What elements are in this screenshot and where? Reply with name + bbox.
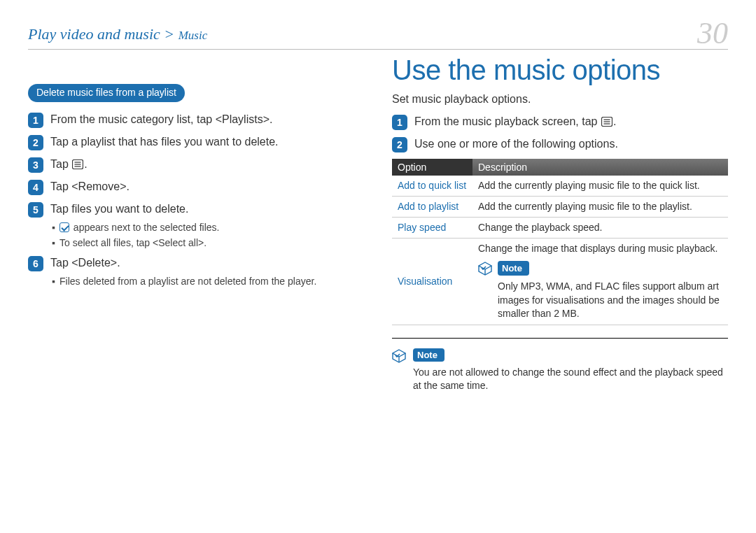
intro-text: Set music playback options. bbox=[392, 93, 728, 106]
sub-bullet-text: To select all files, tap <Select all>. bbox=[59, 236, 206, 250]
option-name: Add to quick list bbox=[392, 176, 472, 196]
step-2: 2 Tap a playlist that has files you want… bbox=[28, 134, 364, 150]
step-5-sub: ▪ appears next to the selected files. ▪ … bbox=[52, 221, 364, 250]
th-description: Description bbox=[472, 159, 728, 176]
step-number-icon: 6 bbox=[28, 256, 43, 271]
step-text: Tap <Remove>. bbox=[50, 179, 130, 194]
note-cube-icon bbox=[392, 349, 406, 366]
th-option: Option bbox=[392, 159, 472, 176]
option-desc: Add the currently playing music file to … bbox=[472, 196, 728, 217]
step-text-suffix: . bbox=[613, 115, 616, 127]
step-text-prefix: Tap bbox=[50, 158, 71, 170]
table-row: Add to playlist Add the currently playin… bbox=[392, 196, 728, 217]
note-badge: Note bbox=[498, 261, 529, 276]
bullet-dot-icon: ▪ bbox=[52, 275, 55, 289]
note-body: Only MP3, WMA, and FLAC files support al… bbox=[498, 280, 722, 321]
options-table: Option Description Add to quick list Add… bbox=[392, 159, 728, 325]
step-number-icon: 4 bbox=[28, 180, 43, 195]
breadcrumb-sub: Music bbox=[178, 29, 208, 42]
step-4: 4 Tap <Remove>. bbox=[28, 179, 364, 194]
option-name: Visualisation bbox=[392, 238, 472, 325]
step-1: 1 From the music playback screen, tap . bbox=[392, 114, 728, 129]
step-3: 3 Tap . bbox=[28, 157, 364, 172]
bottom-note: Note You are not allowed to change the s… bbox=[392, 338, 728, 393]
note-badge: Note bbox=[413, 348, 444, 362]
note-cube-icon bbox=[478, 262, 492, 279]
menu-icon bbox=[601, 117, 612, 127]
sub-bullet: ▪ To select all files, tap <Select all>. bbox=[52, 236, 364, 250]
bullet-dot-icon: ▪ bbox=[52, 221, 55, 235]
sub-bullet-text: Files deleted from a playlist are not de… bbox=[59, 275, 316, 289]
step-2: 2 Use one or more of the following optio… bbox=[392, 136, 728, 152]
step-text: Use one or more of the following options… bbox=[414, 136, 618, 152]
right-column: Use the music options Set music playback… bbox=[392, 50, 728, 393]
table-row: Add to quick list Add the currently play… bbox=[392, 176, 728, 196]
step-number-icon: 5 bbox=[28, 202, 43, 218]
step-number-icon: 2 bbox=[28, 135, 43, 150]
option-desc-cell: Change the image that displays during mu… bbox=[472, 238, 728, 325]
note-body: You are not allowed to change the sound … bbox=[413, 366, 728, 393]
step-text-prefix: From the music playback screen, tap bbox=[414, 115, 601, 127]
bullet-dot-icon: ▪ bbox=[52, 236, 55, 250]
sub-bullet-text: appears next to the selected files. bbox=[59, 221, 219, 235]
checkbox-icon bbox=[59, 222, 69, 232]
sub-bullet: ▪ appears next to the selected files. bbox=[52, 221, 364, 235]
option-desc: Change the playback speed. bbox=[472, 217, 728, 238]
option-desc: Add the currently playing music file to … bbox=[472, 176, 728, 196]
left-column: Delete music files from a playlist 1 Fro… bbox=[28, 50, 364, 393]
step-text: Tap a playlist that has files you want t… bbox=[50, 134, 279, 150]
step-6-sub: ▪ Files deleted from a playlist are not … bbox=[52, 275, 364, 289]
sub-bullet: ▪ Files deleted from a playlist are not … bbox=[52, 275, 364, 289]
step-number-icon: 2 bbox=[392, 137, 407, 152]
breadcrumb-main: Play video and music > bbox=[28, 25, 174, 43]
step-number-icon: 1 bbox=[392, 115, 407, 130]
step-text: From the music category list, tap <Playl… bbox=[50, 112, 272, 127]
page-header: Play video and music > Music 30 bbox=[28, 14, 728, 50]
step-1: 1 From the music category list, tap <Pla… bbox=[28, 112, 364, 127]
step-number-icon: 1 bbox=[28, 113, 43, 128]
visualisation-note: Note Only MP3, WMA, and FLAC files suppo… bbox=[478, 261, 722, 321]
table-row: Play speed Change the playback speed. bbox=[392, 217, 728, 238]
option-name: Play speed bbox=[392, 217, 472, 238]
step-6: 6 Tap <Delete>. bbox=[28, 255, 364, 271]
menu-icon bbox=[72, 159, 83, 169]
table-row-visualisation: Visualisation Change the image that disp… bbox=[392, 238, 728, 325]
note-label: Note bbox=[502, 262, 522, 275]
page-number: 30 bbox=[697, 18, 728, 49]
svg-marker-8 bbox=[479, 262, 491, 269]
breadcrumb: Play video and music > Music bbox=[28, 25, 207, 43]
table-header-row: Option Description bbox=[392, 159, 728, 176]
step-number-icon: 3 bbox=[28, 157, 43, 173]
step-text: Tap files you want to delete. bbox=[50, 201, 188, 217]
step-text: Tap . bbox=[50, 157, 88, 172]
svg-marker-10 bbox=[393, 350, 405, 357]
option-name: Add to playlist bbox=[392, 196, 472, 217]
step-text: From the music playback screen, tap . bbox=[414, 114, 616, 129]
section-pill-delete-playlist: Delete music files from a playlist bbox=[28, 84, 185, 102]
section-title: Use the music options bbox=[392, 55, 728, 86]
step-text: Tap <Delete>. bbox=[50, 255, 120, 271]
sub-bullet-suffix: appears next to the selected files. bbox=[71, 222, 219, 233]
content-columns: Delete music files from a playlist 1 Fro… bbox=[28, 50, 728, 393]
note-label: Note bbox=[417, 350, 438, 360]
step-5: 5 Tap files you want to delete. bbox=[28, 201, 364, 217]
step-text-suffix: . bbox=[84, 158, 87, 170]
option-desc: Change the image that displays during mu… bbox=[478, 242, 722, 255]
